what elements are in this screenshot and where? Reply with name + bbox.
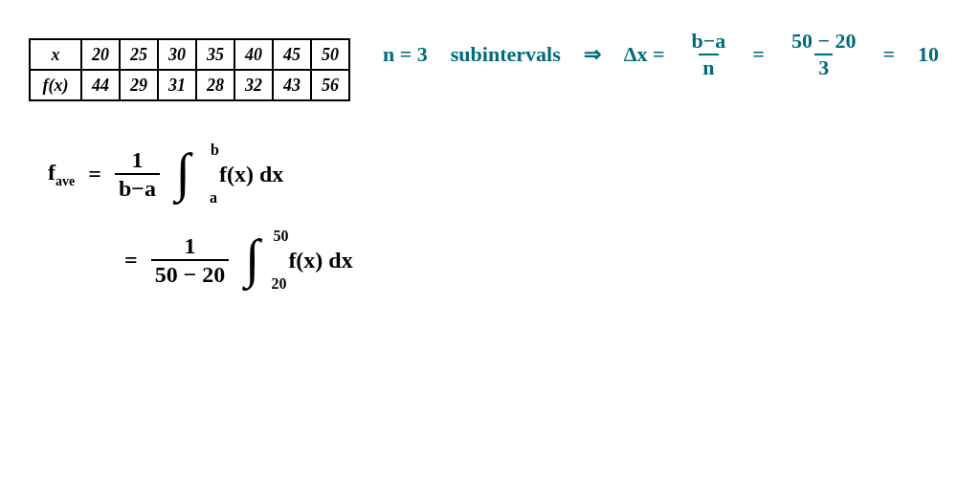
n-value: n = 3 xyxy=(383,42,428,67)
equals: = xyxy=(752,42,765,67)
fraction-1-over-b-minus-a: 1 b−a xyxy=(115,148,160,200)
table-cell: 56 xyxy=(311,70,349,100)
implies-arrow: ⇒ xyxy=(584,42,601,67)
integral-20-to-50: ∫ 50 20 xyxy=(242,229,275,291)
integrand: f(x) dx xyxy=(288,248,352,273)
table-cell: 28 xyxy=(196,70,234,100)
integral-a-to-b: ∫ b a xyxy=(173,143,206,205)
table-cell: 40 xyxy=(234,39,273,70)
subintervals-label: subintervals xyxy=(451,42,561,67)
table-cell: 20 xyxy=(81,39,120,70)
table-fx-header: f(x) xyxy=(30,70,81,100)
table-cell: 31 xyxy=(158,70,196,100)
table-cell: 29 xyxy=(120,70,158,100)
integrand: f(x) dx xyxy=(219,162,283,187)
fave-symbol: fave xyxy=(48,160,75,189)
delta-x-result: 10 xyxy=(918,42,939,67)
integral-icon: ∫ xyxy=(175,145,189,199)
table-cell: 44 xyxy=(81,70,120,100)
fave-substituted: = 1 50 − 20 ∫ 50 20 f(x) dx xyxy=(124,229,353,291)
table-cell: 32 xyxy=(234,70,273,100)
delta-x-label: Δx = xyxy=(624,42,665,67)
table-cell: 45 xyxy=(273,39,311,70)
fraction-b-minus-a-over-n: b−a n xyxy=(688,31,730,78)
table-cell: 30 xyxy=(158,39,196,70)
table-x-header: x xyxy=(30,39,81,70)
data-table: x 20 25 30 35 40 45 50 f(x) 44 29 31 28 … xyxy=(29,38,350,101)
integral-icon: ∫ xyxy=(244,231,258,285)
equals: = xyxy=(882,42,895,67)
fraction-50-minus-20-over-3: 50 − 20 3 xyxy=(788,31,860,78)
equals: = xyxy=(124,248,138,273)
equals: = xyxy=(88,162,101,187)
fraction-1-over-50-minus-20: 1 50 − 20 xyxy=(151,234,230,286)
table-cell: 50 xyxy=(311,39,349,70)
table-cell: 43 xyxy=(273,70,311,100)
table-cell: 35 xyxy=(196,39,234,70)
delta-x-derivation: n = 3 subintervals ⇒ Δx = b−a n = 50 − 2… xyxy=(383,31,939,78)
table-cell: 25 xyxy=(120,39,158,70)
fave-definition: fave = 1 b−a ∫ b a f(x) dx xyxy=(48,143,283,205)
